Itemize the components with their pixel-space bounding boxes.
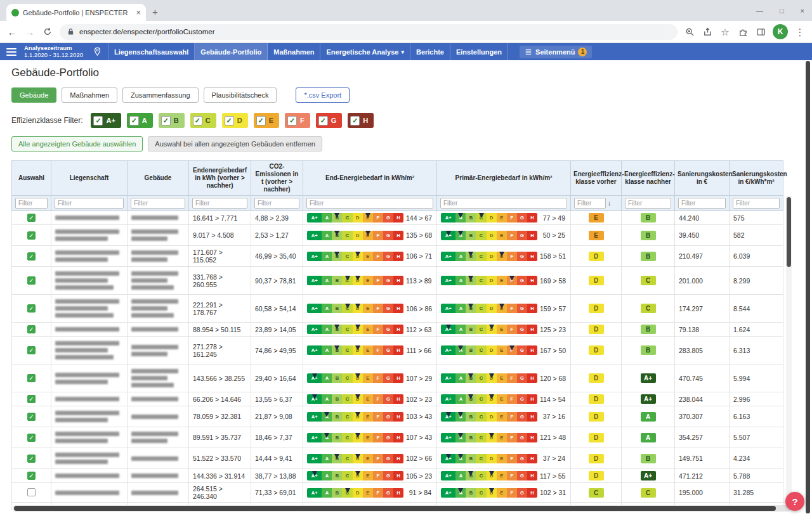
nav-item-energetische-analyse[interactable]: Energetische Analyse▾ [320, 43, 410, 60]
nav-item-liegenschaftsauswahl[interactable]: Liegenschaftsauswahl [108, 43, 195, 60]
column-header-primaer-energiebedarf-in-kwh[interactable]: Primär-Energiebedarf in kWh/m² [437, 161, 571, 196]
checkbox-checked-icon[interactable]: ✓ [93, 116, 103, 126]
checkbox-checked-icon[interactable]: ✓ [287, 116, 297, 126]
filter-input[interactable] [440, 198, 567, 209]
row-checkbox[interactable]: ✓ [27, 276, 36, 285]
deselect-all-button[interactable]: Auswahl bei allen angezeigten Gebäuden e… [148, 136, 322, 152]
checkbox-checked-icon[interactable]: ✓ [256, 116, 266, 126]
reload-button[interactable] [42, 27, 53, 36]
hamburger-menu-icon[interactable] [6, 48, 16, 56]
profile-avatar[interactable]: K [773, 24, 788, 39]
column-header-co2-emissionen-in-t-vorher-n[interactable]: CO2-Emissionen in t (vorher > nachher) [251, 161, 303, 196]
column-header-gebaeude[interactable]: Gebäude [128, 161, 189, 196]
column-header-endenergiebedarf-in-kwh-vorh[interactable]: Endenergiebedarf in kWh (vorher > nachhe… [189, 161, 251, 196]
efficiency-filter-h[interactable]: ✓H [348, 113, 374, 128]
scrollbar-thumb[interactable] [14, 506, 776, 511]
efficiency-filter-a[interactable]: ✓A [127, 113, 153, 128]
column-header-end-energiebedarf-in-kwh-m[interactable]: End-Energiebedarf in kWh/m² [303, 161, 437, 196]
filter-input[interactable] [625, 198, 671, 209]
side-panel-icon[interactable] [755, 27, 766, 37]
row-checkbox[interactable]: ✓ [27, 395, 36, 403]
scale-seg-b: B [466, 471, 476, 481]
row-checkbox[interactable]: ✓ [27, 252, 36, 261]
checkbox-checked-icon[interactable]: ✓ [225, 116, 234, 126]
filter-input[interactable] [131, 198, 185, 209]
side-menu-button[interactable]: Seitenmenü 1 [520, 46, 592, 58]
tab-plausibilitaetscheck[interactable]: Plausibilitätscheck [204, 87, 277, 103]
page-scrollbar[interactable] [806, 61, 810, 513]
row-checkbox[interactable]: ✓ [27, 434, 36, 442]
checkbox-checked-icon[interactable]: ✓ [129, 116, 139, 126]
filter-input[interactable] [192, 198, 247, 209]
filter-input[interactable] [15, 198, 48, 209]
column-header-auswahl[interactable]: Auswahl [12, 161, 51, 196]
checkbox-checked-icon[interactable]: ✓ [193, 116, 202, 126]
location-pin-icon[interactable] [93, 47, 102, 56]
forward-button[interactable]: → [24, 27, 36, 37]
new-tab-button[interactable]: + [152, 6, 158, 17]
tab-zusammenfassung[interactable]: Zusammenfassung [122, 87, 199, 103]
tab-gebaeude[interactable]: Gebäude [11, 87, 56, 103]
row-checkbox[interactable]: ✓ [27, 214, 36, 222]
checkbox-checked-icon[interactable]: ✓ [161, 116, 171, 126]
tab-massnahmen[interactable]: Maßnahmen [62, 87, 117, 103]
row-checkbox[interactable]: ✓ [27, 346, 36, 354]
checkbox-checked-icon[interactable]: ✓ [350, 116, 360, 126]
window-close-button[interactable]: × [801, 7, 804, 15]
efficiency-filter-g[interactable]: ✓G [316, 113, 343, 128]
address-bar[interactable]: enspecter.de/enspecter/portfolioCustomer [60, 24, 678, 40]
row-checkbox[interactable]: ✓ [27, 325, 36, 333]
window-maximize-button[interactable]: □ [780, 7, 784, 15]
bookmark-star-icon[interactable]: ☆ [719, 27, 731, 37]
efficiency-filter-aplus[interactable]: ✓A+ [91, 113, 121, 128]
share-icon[interactable] [702, 27, 713, 37]
filter-input[interactable] [55, 198, 124, 209]
efficiency-filter-c[interactable]: ✓C [190, 113, 216, 128]
column-header-energieeffizienz-klasse-vorh[interactable]: Energieeffizienz- klasse vorher [571, 161, 622, 196]
window-minimize-button[interactable]: — [756, 7, 763, 15]
row-checkbox[interactable]: ✓ [27, 231, 36, 240]
efficiency-filter-d[interactable]: ✓D [222, 113, 248, 128]
back-button[interactable]: ← [6, 27, 18, 37]
scrollbar-thumb[interactable] [787, 197, 791, 267]
nav-item-massnahmen[interactable]: Maßnahmen [268, 43, 320, 60]
table-vertical-scrollbar[interactable] [786, 196, 792, 510]
scale-seg-f: F [507, 304, 517, 313]
sort-desc-icon[interactable]: ↓ [608, 199, 612, 207]
efficiency-class-badge-vorher: D [589, 454, 604, 463]
filter-input[interactable] [678, 198, 726, 209]
scale-seg-d: D [353, 412, 363, 422]
nav-item-berichte[interactable]: Berichte [410, 43, 450, 60]
row-checkbox[interactable]: ✓ [27, 413, 36, 421]
analysis-period[interactable]: Analysezeitraum 1.1.2020 - 31.12.2020 [24, 45, 83, 58]
kebab-menu-icon[interactable]: ⋮ [794, 27, 806, 37]
zoom-icon[interactable] [684, 27, 695, 37]
horizontal-scrollbar[interactable] [13, 505, 790, 512]
scale-marker-icon [489, 471, 494, 476]
column-header-energieeffizienz-klasse-nach[interactable]: Energieeffizienz- klasse nachher [622, 161, 675, 196]
tab-close-icon[interactable]: × [136, 8, 141, 17]
column-header-liegenschaft[interactable]: Liegenschaft [51, 161, 128, 196]
select-all-button[interactable]: Alle angezeigten Gebäude auswählen [11, 136, 143, 152]
filter-input[interactable] [306, 198, 433, 209]
row-checkbox[interactable]: ✓ [27, 455, 36, 463]
help-button[interactable]: ? [785, 492, 804, 511]
nav-item-gebaeude-portfolio[interactable]: Gebäude-Portfolio [195, 43, 268, 60]
browser-tab[interactable]: Gebäude-Portfolio | ENSPECTER × [6, 4, 146, 21]
row-checkbox[interactable] [27, 488, 36, 496]
row-checkbox[interactable]: ✓ [27, 374, 36, 382]
efficiency-filter-f[interactable]: ✓F [285, 113, 310, 128]
filter-input[interactable] [733, 198, 780, 209]
efficiency-filter-b[interactable]: ✓B [159, 113, 185, 128]
efficiency-filter-e[interactable]: ✓E [254, 113, 279, 128]
filter-input[interactable] [254, 198, 299, 209]
extensions-puzzle-icon[interactable] [737, 27, 749, 37]
row-checkbox[interactable]: ✓ [27, 472, 36, 480]
column-header-sanierungskosten-in[interactable]: Sanierungskosten in € [675, 161, 730, 196]
csv-export-button[interactable]: *.csv Export [296, 87, 350, 103]
column-header-sanierungskosten-in-kwh-m[interactable]: Sanierungskosten in €/kWh*m² [730, 161, 783, 196]
row-checkbox[interactable]: ✓ [27, 304, 36, 313]
checkbox-checked-icon[interactable]: ✓ [318, 116, 328, 126]
nav-item-einstellungen[interactable]: Einstellungen [450, 43, 508, 60]
filter-input[interactable] [574, 198, 606, 209]
